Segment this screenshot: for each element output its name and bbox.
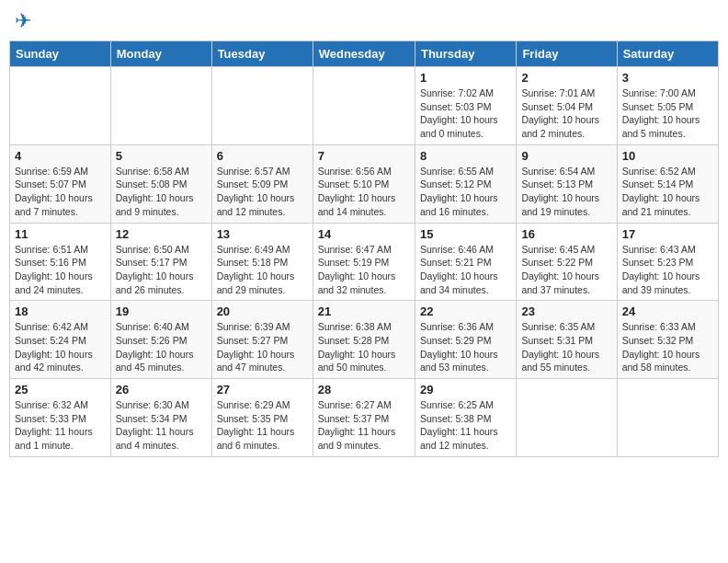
day-number: 12 [116, 227, 207, 241]
weekday-header-saturday: Saturday [617, 41, 718, 67]
day-number: 23 [521, 304, 611, 318]
calendar-cell [10, 67, 111, 145]
day-info: Sunrise: 7:00 AMSunset: 5:05 PMDaylight:… [622, 86, 713, 141]
day-number: 15 [420, 227, 511, 241]
day-number: 6 [217, 149, 308, 163]
day-number: 18 [15, 304, 106, 318]
calendar-cell: 2Sunrise: 7:01 AMSunset: 5:04 PMDaylight… [517, 67, 617, 145]
calendar-cell: 1Sunrise: 7:02 AMSunset: 5:03 PMDaylight… [415, 67, 516, 145]
calendar-cell: 24Sunrise: 6:33 AMSunset: 5:32 PMDayligh… [617, 301, 718, 379]
day-info: Sunrise: 6:54 AMSunset: 5:13 PMDaylight:… [521, 165, 611, 219]
calendar-cell: 20Sunrise: 6:39 AMSunset: 5:27 PMDayligh… [211, 301, 313, 379]
calendar-cell: 8Sunrise: 6:55 AMSunset: 5:12 PMDaylight… [415, 144, 516, 223]
day-info: Sunrise: 6:39 AMSunset: 5:27 PMDaylight:… [217, 320, 308, 374]
calendar-header-row: SundayMondayTuesdayWednesdayThursdayFrid… [10, 41, 719, 67]
calendar-week-row: 25Sunrise: 6:32 AMSunset: 5:33 PMDayligh… [10, 379, 719, 457]
day-number: 17 [622, 227, 713, 241]
page-header: ✈ [9, 9, 719, 33]
calendar-cell: 18Sunrise: 6:42 AMSunset: 5:24 PMDayligh… [10, 301, 111, 379]
calendar-cell [211, 67, 313, 145]
day-info: Sunrise: 6:35 AMSunset: 5:31 PMDaylight:… [521, 320, 611, 374]
day-info: Sunrise: 6:49 AMSunset: 5:18 PMDaylight:… [217, 243, 308, 297]
day-number: 26 [116, 383, 207, 396]
day-info: Sunrise: 6:56 AMSunset: 5:10 PMDaylight:… [318, 165, 410, 219]
day-info: Sunrise: 7:02 AMSunset: 5:03 PMDaylight:… [420, 86, 511, 141]
calendar-cell: 13Sunrise: 6:49 AMSunset: 5:18 PMDayligh… [211, 223, 313, 301]
day-number: 10 [622, 149, 713, 163]
calendar-week-row: 1Sunrise: 7:02 AMSunset: 5:03 PMDaylight… [10, 67, 719, 145]
weekday-header-monday: Monday [110, 41, 211, 67]
calendar-cell: 22Sunrise: 6:36 AMSunset: 5:29 PMDayligh… [415, 301, 516, 379]
calendar-cell: 17Sunrise: 6:43 AMSunset: 5:23 PMDayligh… [617, 223, 718, 301]
calendar-cell: 23Sunrise: 6:35 AMSunset: 5:31 PMDayligh… [517, 301, 617, 379]
day-number: 28 [318, 383, 410, 396]
calendar-cell: 12Sunrise: 6:50 AMSunset: 5:17 PMDayligh… [110, 223, 211, 301]
logo: ✈ [13, 9, 31, 33]
calendar-cell [517, 379, 617, 457]
weekday-header-thursday: Thursday [415, 41, 516, 67]
day-number: 25 [15, 383, 106, 396]
day-number: 8 [420, 149, 511, 163]
calendar-cell: 3Sunrise: 7:00 AMSunset: 5:05 PMDaylight… [617, 67, 718, 145]
day-number: 11 [15, 227, 106, 241]
calendar-cell: 26Sunrise: 6:30 AMSunset: 5:34 PMDayligh… [110, 379, 211, 457]
day-info: Sunrise: 6:45 AMSunset: 5:22 PMDaylight:… [521, 243, 611, 297]
day-info: Sunrise: 6:38 AMSunset: 5:28 PMDaylight:… [318, 320, 410, 374]
calendar-cell: 7Sunrise: 6:56 AMSunset: 5:10 PMDaylight… [313, 144, 415, 223]
day-number: 7 [318, 149, 410, 163]
day-number: 19 [116, 304, 207, 318]
day-info: Sunrise: 6:58 AMSunset: 5:08 PMDaylight:… [116, 165, 207, 219]
weekday-header-sunday: Sunday [10, 41, 111, 67]
day-info: Sunrise: 6:52 AMSunset: 5:14 PMDaylight:… [622, 165, 713, 219]
day-number: 21 [318, 304, 410, 318]
day-number: 22 [420, 304, 511, 318]
day-info: Sunrise: 6:32 AMSunset: 5:33 PMDaylight:… [15, 398, 106, 453]
day-info: Sunrise: 6:50 AMSunset: 5:17 PMDaylight:… [116, 243, 207, 297]
logo-bird-icon: ✈ [15, 9, 31, 33]
day-number: 16 [521, 227, 611, 241]
day-info: Sunrise: 6:29 AMSunset: 5:35 PMDaylight:… [217, 398, 308, 453]
calendar-table: SundayMondayTuesdayWednesdayThursdayFrid… [9, 40, 719, 457]
day-info: Sunrise: 6:57 AMSunset: 5:09 PMDaylight:… [217, 165, 308, 219]
calendar-cell: 16Sunrise: 6:45 AMSunset: 5:22 PMDayligh… [517, 223, 617, 301]
day-number: 5 [116, 149, 207, 163]
calendar-cell: 25Sunrise: 6:32 AMSunset: 5:33 PMDayligh… [10, 379, 111, 457]
calendar-cell: 15Sunrise: 6:46 AMSunset: 5:21 PMDayligh… [415, 223, 516, 301]
calendar-cell [313, 67, 415, 145]
day-number: 27 [217, 383, 308, 396]
day-info: Sunrise: 6:27 AMSunset: 5:37 PMDaylight:… [318, 398, 410, 453]
weekday-header-friday: Friday [517, 41, 617, 67]
calendar-cell: 27Sunrise: 6:29 AMSunset: 5:35 PMDayligh… [211, 379, 313, 457]
calendar-week-row: 4Sunrise: 6:59 AMSunset: 5:07 PMDaylight… [10, 144, 719, 223]
calendar-cell: 6Sunrise: 6:57 AMSunset: 5:09 PMDaylight… [211, 144, 313, 223]
calendar-cell [617, 379, 718, 457]
calendar-cell: 28Sunrise: 6:27 AMSunset: 5:37 PMDayligh… [313, 379, 415, 457]
day-info: Sunrise: 6:40 AMSunset: 5:26 PMDaylight:… [116, 320, 207, 374]
calendar-cell: 29Sunrise: 6:25 AMSunset: 5:38 PMDayligh… [415, 379, 516, 457]
calendar-week-row: 11Sunrise: 6:51 AMSunset: 5:16 PMDayligh… [10, 223, 719, 301]
calendar-cell [110, 67, 211, 145]
calendar-cell: 9Sunrise: 6:54 AMSunset: 5:13 PMDaylight… [517, 144, 617, 223]
day-info: Sunrise: 6:30 AMSunset: 5:34 PMDaylight:… [116, 398, 207, 453]
day-info: Sunrise: 6:33 AMSunset: 5:32 PMDaylight:… [622, 320, 713, 374]
calendar-cell: 11Sunrise: 6:51 AMSunset: 5:16 PMDayligh… [10, 223, 111, 301]
day-number: 14 [318, 227, 410, 241]
calendar-cell: 4Sunrise: 6:59 AMSunset: 5:07 PMDaylight… [10, 144, 111, 223]
day-info: Sunrise: 6:51 AMSunset: 5:16 PMDaylight:… [15, 243, 106, 297]
day-number: 2 [521, 71, 611, 85]
day-number: 29 [420, 383, 511, 396]
day-number: 13 [217, 227, 308, 241]
day-info: Sunrise: 6:43 AMSunset: 5:23 PMDaylight:… [622, 243, 713, 297]
day-info: Sunrise: 6:59 AMSunset: 5:07 PMDaylight:… [15, 165, 106, 219]
day-info: Sunrise: 6:47 AMSunset: 5:19 PMDaylight:… [318, 243, 410, 297]
day-info: Sunrise: 6:55 AMSunset: 5:12 PMDaylight:… [420, 165, 511, 219]
day-info: Sunrise: 6:36 AMSunset: 5:29 PMDaylight:… [420, 320, 511, 374]
weekday-header-tuesday: Tuesday [211, 41, 313, 67]
day-info: Sunrise: 6:46 AMSunset: 5:21 PMDaylight:… [420, 243, 511, 297]
day-number: 9 [521, 149, 611, 163]
day-number: 24 [622, 304, 713, 318]
calendar-cell: 5Sunrise: 6:58 AMSunset: 5:08 PMDaylight… [110, 144, 211, 223]
day-number: 20 [217, 304, 308, 318]
day-info: Sunrise: 7:01 AMSunset: 5:04 PMDaylight:… [521, 86, 611, 141]
day-number: 1 [420, 71, 511, 85]
